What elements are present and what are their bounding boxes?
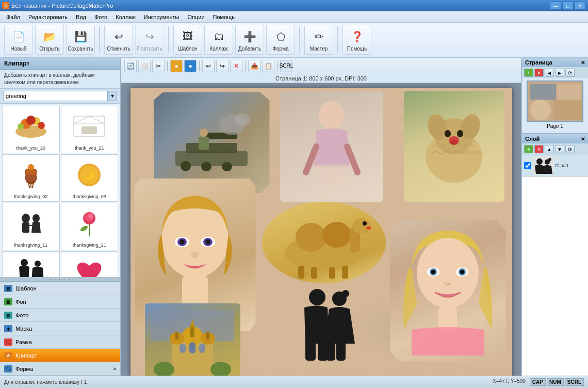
canvas-rotate-btn[interactable]: 🔄: [124, 60, 137, 72]
page-prev-btn[interactable]: ◄: [545, 69, 554, 77]
statusbar: Для справки, нажмите клавишу F1 X=477, Y…: [0, 376, 588, 388]
military-photo[interactable]: [154, 92, 270, 193]
caps-badge: CAP: [530, 378, 546, 386]
nav-clipart[interactable]: ★ Клипарт: [0, 349, 120, 362]
clipart-item[interactable]: thank_you_20: [2, 106, 60, 153]
search-input[interactable]: [3, 91, 108, 101]
page-remove-btn[interactable]: ✕: [534, 69, 544, 77]
nav-background[interactable]: ▩ Фон: [0, 295, 120, 309]
canvas-redo-btn[interactable]: ↪: [216, 60, 228, 72]
svg-rect-31: [201, 162, 211, 171]
new-button[interactable]: 📄 Новый: [4, 25, 33, 55]
svg-point-3: [26, 116, 36, 125]
layer-add-btn[interactable]: +: [524, 145, 533, 153]
menu-file[interactable]: Файл: [2, 13, 24, 21]
menu-view[interactable]: Вид: [72, 13, 90, 21]
titlebar-controls: — □ ✕: [550, 2, 586, 10]
clipart-grid: thank_you_20 thank_you_21: [0, 104, 120, 277]
page-thumbnail[interactable]: [527, 80, 583, 122]
clipart-item[interactable]: 🌙 thanksgiving_03: [61, 154, 119, 202]
nav-photo[interactable]: ▦ Фото: [0, 309, 120, 322]
canvas-sep-2: [199, 61, 200, 71]
menu-collage[interactable]: Коллаж: [111, 13, 140, 21]
shape-button[interactable]: ⬠ Форма: [266, 25, 295, 55]
canvas-color1-btn[interactable]: ●: [170, 60, 183, 72]
canvas-fit-btn[interactable]: ⬜: [138, 60, 151, 72]
menu-photo[interactable]: Фото: [90, 13, 111, 21]
canvas-color2-btn[interactable]: ●: [184, 60, 197, 72]
open-label: Открыть: [39, 46, 59, 52]
canvas-delete-btn[interactable]: ✕: [230, 60, 242, 72]
left-nav: ▦ Шаблон ▩ Фон ▦ Фото ◈ Маска ▢ Рамка ★ …: [0, 281, 120, 376]
church-photo[interactable]: [145, 303, 240, 376]
svg-point-79: [431, 270, 435, 274]
menu-tools[interactable]: Инструменты: [140, 13, 184, 21]
blonde-woman-photo[interactable]: [390, 220, 506, 362]
menu-options[interactable]: Опции: [183, 13, 208, 21]
minimize-button[interactable]: —: [550, 2, 561, 10]
clipart-item[interactable]: valentine's_day_18: [61, 251, 119, 277]
clipart-label: thanksgiving_02: [14, 194, 47, 199]
clipart-label: thank_you_21: [75, 146, 104, 151]
svg-point-13: [28, 164, 34, 170]
add-button[interactable]: ➕ Добавить: [235, 25, 264, 55]
clipart-item[interactable]: thank_you_21: [61, 106, 119, 153]
layer-down-btn[interactable]: ▼: [555, 145, 564, 153]
clipart-item[interactable]: thanksgiving_02: [2, 154, 60, 202]
svg-point-63: [363, 221, 367, 225]
canvas-upload-btn[interactable]: 📤: [248, 60, 260, 72]
svg-point-36: [235, 114, 250, 126]
svg-point-21: [79, 225, 89, 233]
nav-template[interactable]: ▦ Шаблон: [0, 282, 120, 295]
nav-mask[interactable]: ◈ Маска: [0, 322, 120, 335]
help-button[interactable]: ❓ Помощь: [342, 25, 371, 55]
collage-canvas[interactable]: [130, 88, 512, 376]
layer-up-btn[interactable]: ▲: [545, 145, 554, 153]
search-dropdown-button[interactable]: ▼: [108, 91, 117, 101]
silhouette-couple: [290, 282, 365, 369]
svg-rect-66: [311, 267, 317, 279]
camel-photo[interactable]: [262, 202, 386, 283]
redo-button[interactable]: ↪ Повторить: [135, 25, 164, 55]
menu-edit[interactable]: Редактировать: [24, 13, 72, 21]
clipart-item[interactable]: thanksgiving_11: [2, 203, 60, 250]
svg-rect-65: [298, 266, 304, 279]
close-button[interactable]: ✕: [575, 2, 586, 10]
maximize-button[interactable]: □: [562, 2, 574, 10]
canvas-copy-btn[interactable]: 📋: [262, 60, 274, 72]
undo-icon: ↩: [110, 28, 127, 45]
nav-shape[interactable]: ⬠ Форма »: [0, 362, 120, 376]
canvas-undo-btn[interactable]: ↩: [202, 60, 215, 72]
nav-frame[interactable]: ▢ Рамка: [0, 335, 120, 349]
page-next-btn[interactable]: ►: [555, 69, 564, 77]
undo-label: Отменить: [107, 46, 130, 52]
svg-point-59: [296, 223, 326, 252]
svg-text:🌙: 🌙: [84, 170, 94, 180]
new-label: Новый: [11, 46, 27, 52]
open-button[interactable]: 📂 Открыть: [35, 25, 64, 55]
nav-background-label: Фон: [15, 299, 26, 305]
layer-remove-btn[interactable]: ✕: [534, 145, 544, 153]
canvas-settings-btn[interactable]: SCRL: [280, 60, 292, 72]
svg-rect-75: [336, 340, 346, 361]
page-refresh-btn[interactable]: ⟳: [565, 69, 575, 77]
template-button[interactable]: 🖼 Шаблон: [173, 25, 202, 55]
save-button[interactable]: 💾 Сохранить: [66, 25, 95, 55]
wizard-label: Мастер: [310, 46, 328, 52]
dog-photo[interactable]: [404, 91, 504, 202]
woman-sitting-photo[interactable]: [280, 91, 383, 202]
clipart-item[interactable]: thanksgiving_21: [61, 203, 119, 250]
layer-visibility-check[interactable]: [524, 162, 531, 169]
layer-item[interactable]: Clipart: [522, 155, 588, 177]
canvas-view[interactable]: [121, 83, 521, 376]
menu-help[interactable]: Помощь: [209, 13, 239, 21]
panel-resizer[interactable]: • • • • •: [0, 277, 120, 281]
clipart-item[interactable]: valentine's_day_17: [2, 251, 60, 277]
canvas-cut-btn[interactable]: ✂: [152, 60, 165, 72]
collage-button[interactable]: 🗂 Коллаж: [204, 25, 233, 55]
undo-button[interactable]: ↩ Отменить: [104, 25, 133, 55]
template-icon: 🖼: [179, 28, 196, 45]
layer-refresh-btn[interactable]: ⟳: [565, 145, 575, 153]
wizard-button[interactable]: ✏ Мастер: [304, 25, 333, 55]
page-add-btn[interactable]: +: [524, 69, 533, 77]
